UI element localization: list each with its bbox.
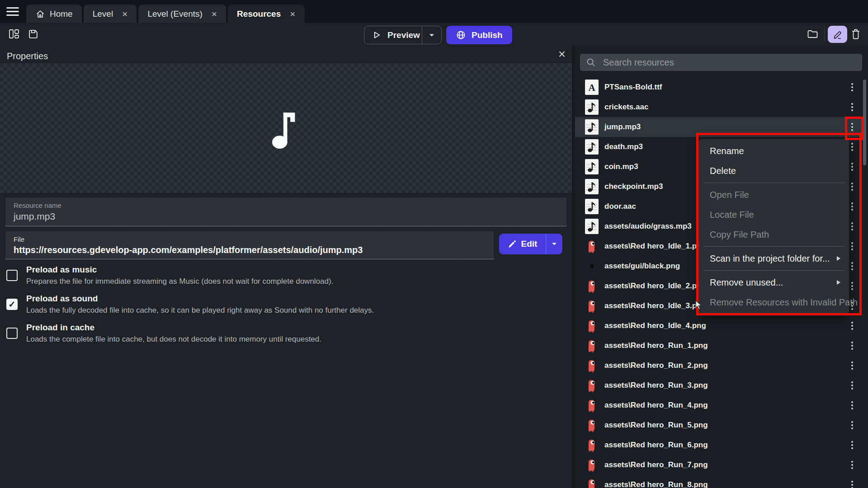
resource-row-assets-red-hero-run-5-png[interactable]: assets\Red hero_Run_5.png (575, 415, 863, 435)
checkbox-checked[interactable] (6, 299, 18, 310)
hamburger-menu-icon[interactable] (6, 7, 19, 16)
preview-dropdown-button[interactable] (422, 26, 441, 44)
image-thumbnail-icon (585, 457, 599, 473)
save-icon[interactable] (24, 25, 42, 42)
resource-menu-icon[interactable] (845, 479, 859, 488)
image-thumbnail-icon (585, 239, 599, 254)
menu-item-delete[interactable]: Delete (699, 161, 849, 181)
resource-name: coin.mp3 (604, 162, 638, 171)
tab-resources[interactable]: Resources× (228, 5, 304, 23)
resource-row-assets-red-hero-run-1-png[interactable]: assets\Red hero_Run_1.png (575, 336, 863, 356)
resource-name: death.mp3 (604, 142, 643, 151)
search-input[interactable] (602, 57, 856, 68)
file-label: File (14, 235, 24, 243)
image-thumbnail-icon (585, 437, 599, 453)
preview-button[interactable]: Preview (364, 26, 442, 44)
preload-option-description: Prepares the file for immediate streamin… (26, 277, 333, 286)
resource-name-label: Resource name (14, 202, 61, 209)
menu-item-label: Copy File Path (710, 230, 769, 239)
tab-level[interactable]: Level× (84, 5, 137, 23)
resource-name-field[interactable]: Resource name jump.mp3 (5, 197, 566, 226)
play-icon (372, 30, 382, 40)
preview-label: Preview (387, 30, 420, 40)
preload-option-text: Preload as music Prepares the file for i… (26, 265, 333, 286)
menu-item-remove-unused[interactable]: Remove unused... (699, 272, 849, 292)
resource-row-assets-red-hero-run-4-png[interactable]: assets\Red hero_Run_4.png (575, 395, 863, 415)
image-thumbnail-icon (585, 338, 599, 353)
tab-level-events[interactable]: Level (Events)× (138, 5, 226, 23)
audio-file-icon (585, 159, 599, 174)
resource-menu-icon[interactable] (845, 101, 859, 113)
preload-option-title: Preload as sound (26, 294, 374, 304)
resource-row-ptsans-bold-ttf[interactable]: APTSans-Bold.ttf (575, 77, 863, 97)
resource-row-assets-red-hero-run-6-png[interactable]: assets\Red hero_Run_6.png (575, 435, 863, 455)
resource-menu-icon[interactable] (845, 319, 859, 332)
folder-icon[interactable] (804, 25, 821, 42)
preview-button-main[interactable]: Preview (364, 26, 422, 44)
pencil-icon (508, 239, 517, 249)
resource-row-crickets-aac[interactable]: crickets.aac (575, 97, 863, 117)
toolbar: Preview Publish (0, 23, 868, 45)
audio-file-icon (585, 219, 599, 234)
file-value: https://resources.gdevelop-app.com/examp… (14, 245, 363, 255)
resource-name: door.aac (604, 202, 636, 211)
resource-menu-icon[interactable] (845, 359, 859, 372)
resource-menu-icon[interactable] (845, 81, 859, 94)
menu-divider (703, 246, 844, 247)
menu-item-locate-file: Locate File (699, 205, 849, 225)
preload-option-preload-as-music[interactable]: Preload as music Prepares the file for i… (6, 265, 526, 286)
pencil-icon (832, 29, 843, 40)
resource-row-assets-red-hero-run-2-png[interactable]: assets\Red hero_Run_2.png (575, 356, 863, 375)
menu-item-rename[interactable]: Rename (699, 141, 849, 161)
resource-name: checkpoint.mp3 (604, 182, 663, 191)
tab-home[interactable]: Home (26, 5, 82, 23)
image-thumbnail-icon (585, 418, 599, 433)
resource-row-assets-red-hero-run-8-png[interactable]: assets\Red hero_Run_8.png (575, 475, 863, 488)
home-icon (35, 9, 45, 19)
resource-row-assets-red-hero-idle-4-png[interactable]: assets\Red hero_Idle_4.png (575, 316, 863, 336)
resource-name: PTSans-Bold.ttf (604, 83, 662, 92)
edit-button-main[interactable]: Edit (499, 234, 546, 254)
tab-close-icon[interactable]: × (212, 9, 217, 19)
tab-close-icon[interactable]: × (122, 9, 127, 19)
preload-option-preload-in-cache[interactable]: Preload in cache Loads the complete file… (6, 323, 526, 344)
scrollbar[interactable] (863, 80, 866, 165)
resource-name: assets\Red hero_Run_3.png (604, 381, 708, 390)
resource-menu-icon[interactable] (845, 419, 859, 432)
resource-row-assets-red-hero-run-7-png[interactable]: assets\Red hero_Run_7.png (575, 455, 863, 475)
tab-close-icon[interactable]: × (290, 9, 295, 19)
publish-button[interactable]: Publish (446, 26, 512, 44)
edit-button[interactable]: Edit (499, 234, 562, 254)
menu-item-remove-resources-with-invalid-path: Remove Resources with Invalid Path (699, 292, 849, 312)
edit-dropdown-button[interactable] (546, 234, 562, 254)
resource-name: assets\Red hero_Run_4.png (604, 401, 708, 410)
resource-name: crickets.aac (604, 103, 648, 112)
resource-menu-icon[interactable] (845, 121, 859, 133)
image-thumbnail-icon (585, 378, 599, 393)
checkbox-unchecked[interactable] (6, 328, 18, 339)
resource-menu-icon[interactable] (845, 399, 859, 412)
resource-row-assets-red-hero-run-3-png[interactable]: assets\Red hero_Run_3.png (575, 375, 863, 395)
resource-menu-icon[interactable] (845, 439, 859, 451)
menu-item-label: Remove unused... (710, 277, 783, 287)
resource-menu-icon[interactable] (845, 339, 859, 352)
resource-menu-icon[interactable] (845, 459, 859, 471)
context-menu: RenameDeleteOpen FileLocate FileCopy Fil… (699, 139, 849, 314)
image-thumbnail-icon (585, 477, 599, 488)
menu-item-scan-in-the-project-folder-for[interactable]: Scan in the project folder for... (699, 249, 849, 268)
resource-name: assets\Red hero_Idle_4.png (604, 321, 706, 330)
close-icon[interactable]: × (558, 48, 566, 61)
tab-strip: HomeLevel×Level (Events)×Resources× (26, 5, 305, 23)
search-box[interactable] (580, 54, 862, 71)
gdevelop-app: HomeLevel×Level (Events)×Resources× Prev… (0, 0, 868, 488)
preload-option-preload-as-sound[interactable]: Preload as sound Loads the fully decoded… (6, 294, 526, 315)
audio-file-icon (585, 139, 599, 155)
edit-mode-button[interactable] (828, 26, 847, 43)
resource-menu-icon[interactable] (845, 379, 859, 392)
resource-row-jump-mp3[interactable]: jump.mp3 (575, 117, 863, 137)
file-field[interactable]: File https://resources.gdevelop-app.com/… (5, 231, 494, 259)
trash-icon[interactable] (847, 25, 864, 42)
checkbox-unchecked[interactable] (6, 270, 18, 281)
toolbar-divider (825, 27, 825, 42)
panels-layout-icon[interactable] (5, 25, 23, 42)
